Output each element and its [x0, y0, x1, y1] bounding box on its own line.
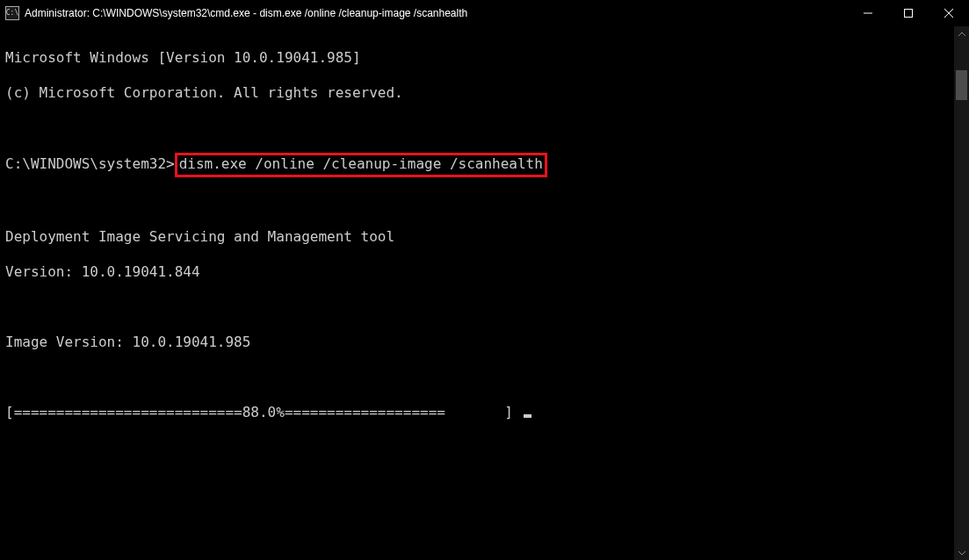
- progress-text: [===========================88.0%=======…: [5, 404, 522, 420]
- close-button[interactable]: [929, 0, 969, 26]
- scroll-thumb[interactable]: [956, 70, 967, 100]
- output-blank: [5, 193, 949, 211]
- terminal-output[interactable]: Microsoft Windows [Version 10.0.19041.98…: [0, 26, 954, 560]
- cmd-window: C:\ Administrator: C:\WINDOWS\system32\c…: [0, 0, 969, 560]
- output-line: Microsoft Windows [Version 10.0.19041.98…: [5, 49, 949, 67]
- titlebar[interactable]: C:\ Administrator: C:\WINDOWS\system32\c…: [0, 0, 969, 26]
- maximize-icon: [904, 9, 913, 18]
- command-text: dism.exe /online /cleanup-image /scanhea…: [179, 155, 543, 172]
- maximize-button[interactable]: [888, 0, 929, 26]
- output-blank: [5, 298, 949, 316]
- output-line: Version: 10.0.19041.844: [5, 263, 949, 281]
- prompt-prefix: C:\WINDOWS\system32>: [5, 155, 175, 172]
- minimize-icon: [864, 9, 872, 18]
- window-controls: [848, 0, 969, 26]
- window-title: Administrator: C:\WINDOWS\system32\cmd.e…: [25, 7, 467, 19]
- prompt-line: C:\WINDOWS\system32>dism.exe /online /cl…: [5, 154, 949, 176]
- command-highlight: dism.exe /online /cleanup-image /scanhea…: [175, 153, 547, 177]
- output-line: (c) Microsoft Corporation. All rights re…: [5, 84, 949, 102]
- client-area: Microsoft Windows [Version 10.0.19041.98…: [0, 26, 969, 560]
- scroll-down-button[interactable]: [954, 545, 969, 560]
- output-line: Image Version: 10.0.19041.985: [5, 334, 949, 351]
- vertical-scrollbar[interactable]: [954, 26, 969, 560]
- close-icon: [944, 9, 953, 18]
- output-blank: [5, 119, 949, 137]
- chevron-down-icon: [958, 549, 965, 556]
- output-blank: [5, 369, 949, 386]
- chevron-up-icon: [958, 31, 965, 38]
- output-line: Deployment Image Servicing and Managemen…: [5, 228, 949, 246]
- scroll-up-button[interactable]: [954, 26, 969, 41]
- svg-rect-0: [905, 10, 913, 18]
- cursor: [524, 414, 532, 418]
- minimize-button[interactable]: [848, 0, 888, 26]
- cmd-icon: C:\: [5, 6, 19, 20]
- progress-line: [===========================88.0%=======…: [5, 404, 949, 421]
